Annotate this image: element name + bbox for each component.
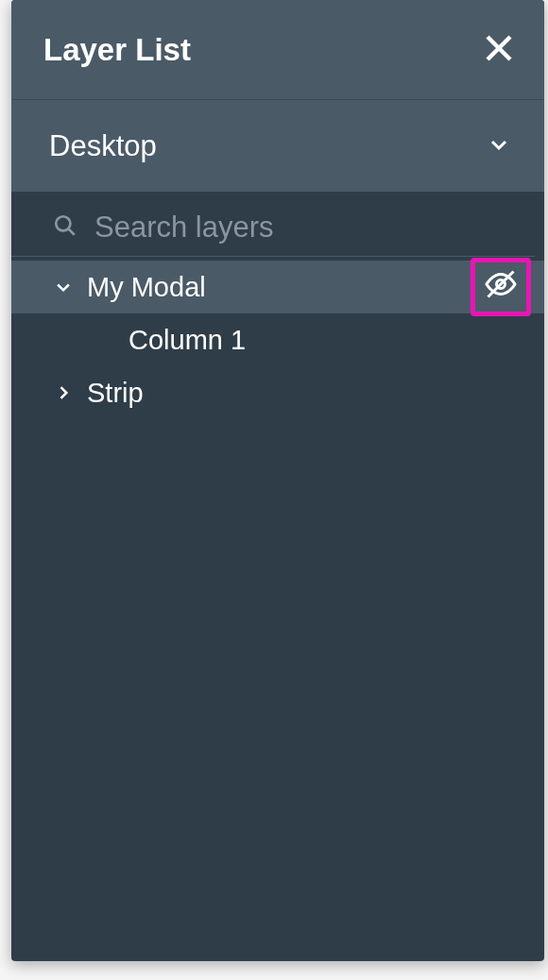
layer-label: Strip [87,378,535,409]
layer-item-my-modal[interactable]: My Modal [11,261,544,313]
chevron-down-icon [488,133,510,160]
search-icon [53,213,77,242]
search-bar [11,192,535,257]
layer-item-strip[interactable]: Strip [11,366,544,419]
layer-label: My Modal [87,272,471,303]
layer-list-panel: Layer List Desktop My Modal [11,0,544,961]
close-icon [482,31,516,69]
svg-line-3 [68,228,75,235]
layer-label: Column 1 [128,325,535,356]
layer-list: My Modal Column 1 Strip [11,257,544,961]
eye-off-icon [484,267,518,308]
viewport-selected-label: Desktop [49,129,157,163]
layer-item-column-1[interactable]: Column 1 [11,313,544,366]
close-button[interactable] [482,31,516,69]
viewport-dropdown[interactable]: Desktop [11,99,544,192]
chevron-down-icon[interactable] [40,278,87,296]
panel-header: Layer List [11,0,544,99]
visibility-toggle[interactable] [471,258,531,316]
panel-title: Layer List [43,32,191,68]
search-input[interactable] [94,211,503,245]
svg-point-2 [56,216,70,230]
chevron-right-icon[interactable] [40,383,87,402]
